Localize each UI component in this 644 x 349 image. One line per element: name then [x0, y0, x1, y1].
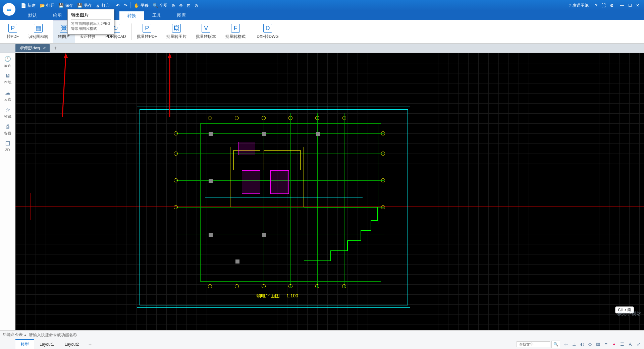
separator: [130, 2, 131, 8]
zoom-extents-button[interactable]: ⊙: [193, 3, 200, 8]
menu-convert[interactable]: 转换: [119, 11, 144, 20]
tab-model[interactable]: 模型: [15, 339, 34, 349]
to-image-button[interactable]: 🖼 转图片 转出图片 将当前图形转出为JPEG等常用图片格式: [53, 20, 75, 43]
app-logo: ∞: [3, 3, 15, 16]
polar-icon[interactable]: ◐: [579, 341, 585, 347]
menu-default[interactable]: 默认: [20, 11, 45, 20]
scale-icon[interactable]: ⤢: [635, 341, 641, 347]
cloud-icon: ☁: [5, 90, 10, 96]
status-icons: ⊹ ⊥ ◐ ◇ ▦ ≡ ● ☰ A ⤢: [563, 341, 644, 347]
search-input[interactable]: [517, 341, 550, 347]
add-tab-button[interactable]: ＋: [53, 45, 58, 52]
sidebar-cloud[interactable]: ☁云盘: [4, 90, 11, 102]
ortho-icon[interactable]: ⊥: [571, 341, 577, 347]
help-icon: ?: [595, 3, 597, 8]
open-button[interactable]: 📂打开: [38, 3, 56, 8]
fullscreen-button[interactable]: ⛶: [599, 3, 608, 8]
dxf-to-dwg-button[interactable]: DDXF转DWG: [252, 20, 283, 43]
redo-button[interactable]: ↷: [122, 3, 129, 8]
tab-layout2[interactable]: Layout2: [59, 340, 85, 348]
zoom-window-button[interactable]: ⊡: [185, 3, 193, 8]
open-icon: 📂: [40, 3, 45, 8]
separator: [251, 23, 251, 40]
close-button[interactable]: ✕: [634, 3, 641, 8]
annotation-arrow-1: [56, 53, 69, 120]
snap-icon[interactable]: ⊹: [563, 341, 569, 347]
frame-recognize-button[interactable]: ▦识别图框转: [23, 20, 53, 43]
add-layout-button[interactable]: ＋: [84, 341, 96, 347]
saveas-button[interactable]: 💾另存: [75, 3, 94, 8]
zoom-in-icon: ⊕: [171, 3, 175, 8]
search-button[interactable]: 🔍: [551, 341, 560, 348]
floor-plan: [176, 113, 384, 288]
tooltip-title: 转出图片: [71, 12, 111, 20]
menu-draw[interactable]: 绘图: [45, 11, 70, 20]
fullscreen-icon: ⛶: [601, 3, 606, 8]
color-icon[interactable]: ●: [611, 341, 617, 347]
separator: [113, 2, 113, 8]
lineweight-icon[interactable]: ≡: [603, 341, 609, 347]
sidebar-backup[interactable]: ⎙备份: [4, 124, 11, 136]
svg-line-0: [62, 56, 66, 117]
gear-icon: ⚙: [610, 3, 614, 8]
main-area: 🕘最近 🖥本地 ☁云盘 ☆收藏 ⎙备份 ❒3D: [0, 53, 644, 330]
batch-img-icon: 🖼: [172, 24, 181, 33]
zoom-button[interactable]: 🔍全图: [151, 3, 169, 8]
drawing-canvas[interactable]: 弱电平面图 1:100 CH ♪ 简 极光下载站: [15, 53, 644, 330]
file-tab-name: 示例图.dwg: [19, 45, 40, 51]
star-icon: ☆: [5, 107, 10, 113]
command-label[interactable]: 功能命令表 ▴: [3, 332, 26, 338]
svg-marker-3: [168, 53, 172, 58]
zoom-extents-icon: ⊙: [195, 3, 198, 8]
batch-fmt-icon: F: [231, 24, 240, 33]
backup-icon: ⎙: [6, 124, 9, 130]
zoom-out-button[interactable]: ⊖: [177, 3, 185, 8]
tab-layout1[interactable]: Layout1: [34, 340, 59, 348]
batch-image-button[interactable]: 🖼批量转图片: [162, 20, 191, 43]
chevron-up-icon: ▴: [24, 333, 26, 337]
cube-icon: ❒: [5, 140, 10, 147]
pan-button[interactable]: ✋平移: [132, 3, 151, 8]
annotation-arrow-2: [163, 53, 176, 120]
crosshair-vertical: [31, 193, 31, 220]
command-bar: 功能命令表 ▴: [0, 330, 644, 339]
menu-library[interactable]: 图库: [169, 11, 194, 20]
file-tab[interactable]: 示例图.dwg ✕: [15, 44, 50, 52]
send-drawing-button[interactable]: ⤴发送图纸: [567, 3, 591, 8]
frame-icon: ▦: [34, 24, 43, 33]
file-tab-close[interactable]: ✕: [43, 46, 46, 50]
saveas-icon: 💾: [77, 3, 83, 8]
undo-button[interactable]: ↶: [114, 3, 122, 8]
dxf-icon: D: [263, 24, 272, 33]
new-icon: 📄: [21, 3, 26, 8]
sidebar-favorites[interactable]: ☆收藏: [4, 107, 11, 119]
sidebar-3d[interactable]: ❒3D: [5, 140, 10, 152]
layer-icon[interactable]: ☰: [619, 341, 625, 347]
to-pdf-button[interactable]: P转PDF: [2, 20, 23, 43]
svg-marker-1: [64, 53, 68, 58]
maximize-button[interactable]: ☐: [626, 3, 634, 8]
batch-format-button[interactable]: F批量转格式: [221, 20, 250, 43]
new-button[interactable]: 📄新建: [19, 3, 38, 8]
close-icon: ✕: [636, 3, 639, 8]
clock-icon: 🕘: [4, 56, 11, 62]
settings-button[interactable]: ⚙: [608, 3, 616, 8]
sidebar-local[interactable]: 🖥本地: [4, 73, 11, 85]
search-icon: 🔍: [553, 342, 558, 347]
command-input[interactable]: [29, 333, 641, 337]
batch-version-button[interactable]: V批量转版本: [191, 20, 221, 43]
watermark: 极光下载站: [617, 311, 641, 317]
sidebar-recent[interactable]: 🕘最近: [4, 56, 11, 68]
save-button[interactable]: 💾保存: [56, 3, 75, 8]
help-button[interactable]: ?: [593, 3, 599, 8]
annotation-icon[interactable]: A: [627, 341, 633, 347]
outline-icon: [304, 207, 381, 268]
print-button[interactable]: 🖨打印: [94, 3, 112, 8]
minimize-button[interactable]: —: [618, 3, 626, 8]
monitor-icon: 🖥: [5, 73, 10, 79]
batch-pdf-button[interactable]: P批量转PDF: [132, 20, 162, 43]
osnap-icon[interactable]: ◇: [587, 341, 593, 347]
menu-tools[interactable]: 工具: [144, 11, 169, 20]
grid-icon[interactable]: ▦: [595, 341, 601, 347]
zoom-in-button[interactable]: ⊕: [169, 3, 177, 8]
